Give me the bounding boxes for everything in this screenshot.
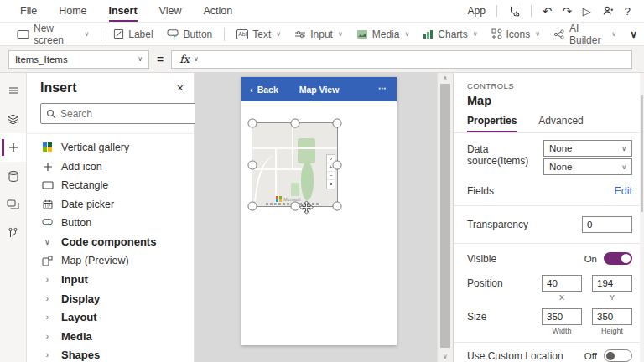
formula-input[interactable] (206, 51, 631, 68)
insert-item-add-icon[interactable]: Add icon (27, 158, 194, 177)
tree-view-menu-icon[interactable] (0, 76, 26, 105)
insert-section-input[interactable]: › Input (27, 271, 194, 290)
position-x-caption: X (559, 293, 564, 302)
resize-handle-left[interactable] (248, 160, 257, 169)
ellipsis-icon[interactable]: ⋯ (378, 84, 388, 93)
close-icon[interactable]: × (177, 82, 184, 94)
insert-plus-icon[interactable] (0, 133, 26, 162)
insert-item-label: Map (Preview) (61, 255, 129, 266)
move-cursor-icon (299, 200, 314, 215)
insert-section-layout[interactable]: › Layout (27, 308, 194, 328)
insert-item-rectangle[interactable]: Rectangle (27, 176, 194, 195)
resize-handle-bottom-left[interactable] (248, 202, 257, 211)
transparency-input[interactable] (582, 216, 632, 233)
chevron-right-icon: › (41, 332, 54, 341)
chevron-down-icon: ∨ (194, 55, 199, 63)
scrollbar-thumb[interactable] (641, 95, 643, 212)
resize-handle-top-right[interactable] (333, 119, 342, 128)
toolbar-label-btn[interactable]: Label (106, 23, 159, 45)
toolbar-collapse[interactable]: ∨ (623, 23, 644, 45)
help-icon[interactable]: ? (625, 6, 631, 17)
insert-item-label: Button (61, 217, 91, 229)
menu-action[interactable]: Action (203, 0, 232, 22)
toolbar-text[interactable]: Abl Text ∨ (230, 23, 288, 45)
search-input[interactable] (60, 108, 190, 120)
scroll-up-icon[interactable]: ∧ (443, 73, 448, 84)
resize-handle-bottom-right[interactable] (333, 202, 342, 211)
play-preview-icon[interactable]: ▷ (583, 6, 591, 17)
chevron-down-icon: ∨ (338, 30, 343, 38)
fx-selector[interactable]: fx ∨ (172, 51, 206, 68)
resize-handle-top-left[interactable] (248, 119, 257, 128)
button-icon (41, 218, 54, 228)
insert-panel: Insert × ⋮ Vertical gallery (27, 73, 195, 362)
visible-toggle[interactable] (604, 252, 632, 265)
insert-section-media[interactable]: › Media (27, 327, 194, 346)
toolbar-button-btn[interactable]: Button (160, 23, 220, 45)
data-source-select-2[interactable]: None ∨ (543, 158, 632, 175)
undo-icon[interactable]: ↶ (543, 6, 552, 17)
menu-file[interactable]: File (20, 0, 37, 22)
screens-icon[interactable] (0, 105, 26, 133)
map-control[interactable]: + − Microsoft (252, 122, 338, 207)
use-custom-location-toggle[interactable] (604, 349, 632, 362)
insert-item-vertical-gallery[interactable]: Vertical gallery (27, 138, 194, 158)
map-road (292, 123, 293, 168)
insert-item-date-picker[interactable]: Date picker (27, 195, 194, 215)
insert-item-button[interactable]: Button (27, 214, 194, 233)
map-park-area (291, 183, 299, 196)
map-style-icon[interactable] (327, 180, 335, 189)
scrollbar-thumb[interactable] (440, 84, 450, 348)
resize-handle-bottom[interactable] (290, 202, 299, 211)
menu-view[interactable]: View (159, 0, 182, 22)
size-width-caption: Width (552, 327, 571, 335)
size-width-input[interactable] (542, 308, 582, 325)
insert-section-code-components[interactable]: ∨ Code components (27, 233, 194, 252)
fields-row: Fields Edit (467, 185, 632, 197)
position-y-input[interactable] (592, 275, 632, 292)
toolbar-charts[interactable]: Charts ∨ (416, 23, 484, 45)
search-box[interactable] (40, 103, 196, 124)
divider (454, 205, 644, 206)
toolbar-icons[interactable]: Icons ∨ (485, 23, 548, 45)
media-screens-icon[interactable] (0, 190, 26, 219)
toolbar-ai-builder[interactable]: AI Builder ∨ (547, 23, 623, 45)
insert-section-shapes[interactable]: › Shapes (27, 346, 194, 362)
app-label[interactable]: App (468, 5, 486, 17)
data-icon[interactable] (0, 162, 26, 190)
insert-section-display[interactable]: › Display (27, 289, 194, 308)
property-selector[interactable]: Items_Items ∨ (8, 50, 149, 69)
toolbar-media[interactable]: Media ∨ (350, 23, 417, 45)
size-height-input[interactable] (592, 308, 632, 325)
chevron-right-icon: › (41, 275, 54, 284)
resize-handle-right[interactable] (333, 160, 342, 169)
toolbar-label: Label (128, 28, 153, 40)
advanced-tools-icon[interactable] (0, 219, 26, 247)
scroll-down-icon[interactable]: ∨ (443, 351, 448, 362)
back-button[interactable]: ‹ Back (242, 85, 278, 95)
scrollbar-track[interactable] (438, 84, 453, 351)
menu-home[interactable]: Home (59, 0, 86, 22)
tab-advanced[interactable]: Advanced (538, 115, 583, 132)
panel-scrollbar[interactable] (640, 73, 644, 362)
position-x-input[interactable] (542, 275, 582, 292)
edit-fields-link[interactable]: Edit (614, 185, 632, 197)
toolbar-new-screen[interactable]: New screen ∨ (10, 23, 96, 45)
tab-properties[interactable]: Properties (467, 115, 517, 132)
divider (101, 28, 101, 41)
insert-item-map-preview[interactable]: Map (Preview) (27, 251, 194, 271)
zoom-out-button[interactable]: − (327, 172, 335, 180)
app-checker-icon[interactable] (508, 5, 520, 17)
app-screen[interactable]: ‹ Back Map View ⋯ (242, 77, 397, 345)
toolbar-label: Icons (506, 28, 531, 40)
canvas-scrollbar[interactable]: ∧ ∨ (437, 73, 453, 362)
resize-handle-top[interactable] (290, 119, 299, 128)
toolbar-label: New screen (34, 23, 79, 46)
toolbar-input[interactable]: Input ∨ (288, 23, 350, 45)
chevron-down-icon: ∨ (621, 163, 626, 171)
share-person-icon[interactable] (602, 5, 614, 17)
menu-insert[interactable]: Insert (109, 0, 138, 22)
equals-sign: = (157, 53, 164, 66)
data-source-select-1[interactable]: None ∨ (543, 140, 632, 157)
redo-icon[interactable]: ↷ (563, 6, 572, 17)
